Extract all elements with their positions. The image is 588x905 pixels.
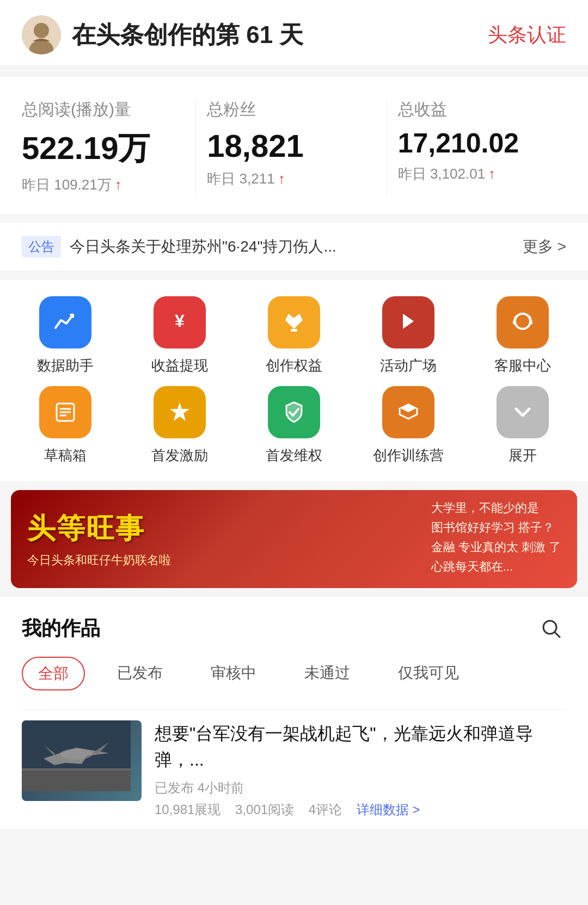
- article-reads: 3,001阅读: [235, 802, 294, 817]
- notice-tag: 公告: [22, 236, 61, 258]
- works-section: 我的作品 全部 已发布 审核中 未通过 仅我可见: [0, 597, 588, 829]
- header-left: 在头条创作的第 61 天: [22, 15, 303, 54]
- svg-rect-4: [291, 329, 297, 332]
- tool-activity[interactable]: 活动广场: [354, 296, 463, 375]
- thumb-placeholder: [22, 720, 142, 801]
- stat-income-sub: 昨日 3,102.01 ↑: [398, 164, 566, 184]
- svg-rect-7: [529, 320, 532, 325]
- tool-rights-protect[interactable]: 首发维权: [240, 386, 348, 465]
- tool-service[interactable]: 客服中心: [468, 296, 577, 375]
- tool-icon-expand: [497, 386, 549, 438]
- notice-bar[interactable]: 公告 今日头条关于处理苏州"6·24"持刀伤人... 更多 >: [0, 223, 588, 271]
- tool-expand[interactable]: 展开: [468, 386, 577, 465]
- stat-fans-value: 18,821: [207, 127, 375, 164]
- banner-line4: 心跳每天都在...: [431, 559, 561, 575]
- article-title: 想要"台军没有一架战机起飞"，光靠远火和弹道导弹，...: [155, 720, 566, 773]
- tool-label-activity: 活动广场: [380, 356, 437, 375]
- banner-left: 头等旺事 今日头条和旺仔牛奶联名啦: [27, 510, 171, 568]
- article-thumbnail: [22, 720, 142, 801]
- tool-icon-training: [382, 386, 434, 438]
- tools-grid: 数据助手 ¥ 收益提现 创作权益: [11, 296, 577, 465]
- filter-tab-all[interactable]: 全部: [22, 657, 85, 690]
- notice-text: 今日头条关于处理苏州"6·24"持刀伤人...: [70, 236, 514, 257]
- stat-reads-sub: 昨日 109.21万 ↑: [22, 175, 190, 194]
- stat-reads: 总阅读(播放)量 522.19万 昨日 109.21万 ↑: [22, 99, 190, 194]
- tool-label-data: 数据助手: [37, 356, 94, 375]
- tool-training[interactable]: 创作训练营: [354, 386, 463, 465]
- article-item[interactable]: 想要"台军没有一架战机起飞"，光靠远火和弹道导弹，... 已发布 4小时前 10…: [22, 709, 566, 829]
- tool-icon-data: [39, 296, 91, 348]
- banner-line1: 大学里，不能少的是: [431, 500, 561, 516]
- tool-label-protect: 首发维权: [266, 446, 322, 465]
- tool-label-training: 创作训练营: [373, 446, 444, 465]
- header: 在头条创作的第 61 天 头条认证: [0, 0, 588, 66]
- banner-line3: 金融 专业真的太 刺激 了: [431, 539, 561, 555]
- svg-rect-18: [22, 768, 131, 771]
- stats-row: 总阅读(播放)量 522.19万 昨日 109.21万 ↑ 总粉丝 18,821…: [22, 99, 566, 194]
- tool-label-drafts: 草稿箱: [44, 446, 87, 465]
- tool-label-expand: 展开: [509, 446, 537, 465]
- tool-icon-protect: [268, 386, 320, 438]
- tool-icon-withdraw: ¥: [154, 296, 206, 348]
- fans-trend-icon: ↑: [278, 170, 285, 187]
- tool-icon-activity: [382, 296, 434, 348]
- filter-tab-private[interactable]: 仅我可见: [382, 657, 475, 690]
- tool-icon-firstpub: [154, 386, 206, 438]
- svg-text:¥: ¥: [175, 311, 185, 331]
- tool-label-service: 客服中心: [494, 356, 551, 375]
- stats-section: 总阅读(播放)量 522.19万 昨日 109.21万 ↑ 总粉丝 18,821…: [0, 77, 588, 214]
- tool-label-withdraw: 收益提现: [151, 356, 208, 375]
- works-title: 我的作品: [22, 615, 100, 642]
- reads-trend-icon: ↑: [115, 176, 122, 193]
- divider-1: [195, 99, 196, 194]
- svg-line-15: [555, 632, 560, 637]
- banner-main-title: 头等旺事: [27, 510, 171, 548]
- banner-section[interactable]: 头等旺事 今日头条和旺仔牛奶联名啦 大学里，不能少的是 图书馆好好学习 搭子？ …: [11, 490, 577, 588]
- tool-first-pub[interactable]: 首发激励: [125, 386, 234, 465]
- filter-tabs: 全部 已发布 审核中 未通过 仅我可见: [22, 657, 566, 693]
- header-title: 在头条创作的第 61 天: [72, 19, 303, 51]
- tool-icon-rights: [268, 296, 320, 348]
- stat-reads-value: 522.19万: [22, 127, 190, 170]
- svg-rect-6: [513, 320, 516, 325]
- avatar: [22, 15, 61, 54]
- tool-creator-rights[interactable]: 创作权益: [240, 296, 348, 375]
- banner-sub-title: 今日头条和旺仔牛奶联名啦: [27, 552, 171, 568]
- svg-marker-12: [170, 402, 189, 421]
- banner-right: 大学里，不能少的是 图书馆好好学习 搭子？ 金融 专业真的太 刺激 了 心跳每天…: [431, 500, 561, 578]
- svg-rect-17: [22, 769, 131, 791]
- article-detail-link[interactable]: 详细数据 >: [357, 802, 420, 817]
- works-search-button[interactable]: [536, 613, 566, 644]
- filter-tab-reviewing[interactable]: 审核中: [195, 657, 272, 690]
- filter-tab-rejected[interactable]: 未通过: [289, 657, 366, 690]
- tool-label-firstpub: 首发激励: [151, 446, 208, 465]
- article-status: 已发布: [155, 780, 194, 795]
- stat-fans-sub: 昨日 3,211 ↑: [207, 169, 375, 188]
- income-trend-icon: ↑: [488, 166, 495, 182]
- article-time: 4小时前: [198, 780, 244, 795]
- article-stats: 10,981展现 3,001阅读 4评论 详细数据 >: [155, 801, 566, 818]
- phone-container: 在头条创作的第 61 天 头条认证 总阅读(播放)量 522.19万 昨日 10…: [0, 0, 588, 905]
- svg-point-1: [34, 23, 49, 38]
- banner-line2: 图书馆好好学习 搭子？: [431, 519, 561, 536]
- stat-fans-label: 总粉丝: [207, 99, 375, 121]
- svg-point-13: [406, 406, 411, 410]
- header-badge[interactable]: 头条认证: [488, 22, 566, 48]
- filter-tab-published[interactable]: 已发布: [101, 657, 179, 690]
- tool-data-assistant[interactable]: 数据助手: [11, 296, 120, 375]
- stat-income-value: 17,210.02: [398, 127, 566, 159]
- svg-point-19: [60, 749, 93, 760]
- notice-more[interactable]: 更多 >: [523, 236, 566, 257]
- tool-withdraw[interactable]: ¥ 收益提现: [125, 296, 234, 375]
- stat-fans: 总粉丝 18,821 昨日 3,211 ↑: [201, 99, 381, 194]
- tool-icon-drafts: [39, 386, 91, 438]
- article-meta: 已发布 4小时前: [155, 779, 566, 797]
- tool-drafts[interactable]: 草稿箱: [11, 386, 120, 465]
- article-comments: 4评论: [309, 802, 342, 817]
- article-views: 10,981展现: [155, 802, 220, 817]
- tools-section: 数据助手 ¥ 收益提现 创作权益: [0, 280, 588, 481]
- stat-income: 总收益 17,210.02 昨日 3,102.01 ↑: [393, 99, 566, 194]
- works-header: 我的作品: [22, 613, 566, 644]
- divider-2: [387, 99, 387, 194]
- stat-income-label: 总收益: [398, 99, 566, 121]
